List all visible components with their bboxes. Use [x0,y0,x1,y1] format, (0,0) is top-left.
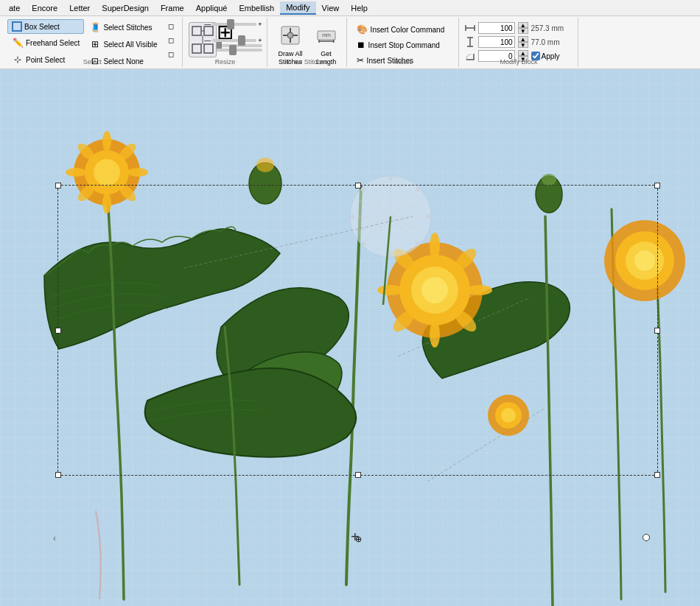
svg-point-42 [377,285,404,295]
draw-stitches-group: Draw AllStitches mm GetLength Draw Stitc… [269,18,347,67]
svg-point-35 [256,158,274,172]
svg-point-69 [361,187,365,191]
draw-all-stitches-icon [280,25,301,49]
resize-group: ⊞ [184,18,267,67]
svg-point-27 [102,193,111,214]
svg-point-67 [350,214,354,219]
width-spinner[interactable]: ▲ ▼ [518,22,528,34]
width-input[interactable]: 100 [478,22,515,34]
svg-point-29 [127,168,148,177]
svg-point-56 [634,250,655,271]
box-select-button[interactable]: Box Select [7,19,84,34]
menubar: ate Encore Letter SuperDesign Frame Appl… [0,0,700,16]
menu-superdesign[interactable]: SuperDesign [96,2,155,14]
svg-point-28 [66,168,86,177]
select-stitches-button[interactable]: 🧵 Select Stitches [85,19,161,35]
insert-color-command-button[interactable]: 🎨 Insert Color Command [353,22,449,37]
width-icon [465,23,475,33]
menu-ate[interactable]: ate [3,2,26,14]
resize-group-label: Resize [184,58,267,66]
menu-help[interactable]: Help [345,2,374,14]
slider-thumb-bottom[interactable] [229,45,237,55]
stop-command-icon: ⏹ [357,40,365,50]
svg-rect-3 [204,44,213,53]
svg-point-65 [388,176,393,180]
svg-point-70 [416,242,420,246]
slider1[interactable] [212,23,256,26]
select-group: Box Select ✏️ Freehand Select ⊹ Point Se… [3,18,183,67]
menu-view[interactable]: View [316,2,346,14]
height-input[interactable]: 100 [478,36,515,48]
svg-point-26 [102,131,111,152]
menu-encore[interactable]: Encore [26,2,63,14]
height-spin-down[interactable]: ▼ [518,42,528,48]
modify-width-row: 100 ▲ ▼ 257.3 mm [465,22,564,34]
draw-stitches-label: Draw Stitches [269,58,346,66]
svg-point-68 [427,214,431,219]
modify-block-group: 100 ▲ ▼ 257.3 mm 100 ▲ ▼ 77. [461,18,578,67]
canvas-area[interactable]: ‹ ⊕ [0,69,700,606]
width-spin-down[interactable]: ▼ [518,28,528,34]
box-select-icon [12,21,22,32]
select-all-visible-button[interactable]: ⊞ Select All Visible [85,36,161,52]
menu-letter[interactable]: Letter [63,2,96,14]
slider2[interactable] [212,39,256,42]
svg-rect-2 [192,44,201,53]
menu-modify[interactable]: Modify [280,1,315,15]
freehand-select-icon: ✏️ [12,37,24,49]
insert-group-label: Insert [349,58,458,66]
svg-point-71 [416,187,420,191]
insert-stop-command-button[interactable]: ⏹ Insert Stop Command [353,38,444,52]
select-stitches-icon: 🧵 [89,21,101,33]
svg-rect-0 [192,27,201,35]
select-group-label: Select [3,58,182,66]
select-all-icon: ⊞ [89,38,101,50]
insert-group: 🎨 Insert Color Command ⏹ Insert Stop Com… [349,18,459,67]
svg-point-40 [430,233,440,259]
svg-point-41 [430,321,440,348]
select-extra-btn1[interactable]: ◻ [164,19,178,32]
ribbon-toolbar: Box Select ✏️ Freehand Select ⊹ Point Se… [0,16,700,69]
modify-block-label: Modify Block [461,58,578,66]
svg-point-72 [361,242,365,246]
svg-point-25 [94,159,120,186]
get-length-icon: mm [316,25,337,49]
menu-applique[interactable]: Appliqué [190,2,234,14]
height-spinner[interactable]: ▲ ▼ [518,36,528,48]
menu-embellish[interactable]: Embellish [234,2,281,14]
modify-height-row: 100 ▲ ▼ 77.0 mm [465,36,564,48]
menu-frame[interactable]: Frame [155,2,190,14]
right-circle-indicator [643,534,650,541]
svg-point-9 [287,32,293,38]
embroidery-design [0,69,700,606]
svg-point-52 [542,174,556,186]
slider1-thumb[interactable] [227,19,234,29]
svg-point-39 [421,277,448,303]
left-arrow-indicator: ‹ [53,533,56,543]
slider2-thumb[interactable] [238,35,245,46]
svg-point-66 [388,253,393,257]
svg-point-43 [466,285,492,295]
svg-text:mm: mm [322,32,331,38]
freehand-select-button[interactable]: ✏️ Freehand Select [7,35,84,51]
select-extra-btn2[interactable]: ◻ [164,33,178,46]
svg-point-50 [501,408,516,423]
color-command-icon: 🎨 [357,24,368,35]
height-icon [465,37,475,47]
